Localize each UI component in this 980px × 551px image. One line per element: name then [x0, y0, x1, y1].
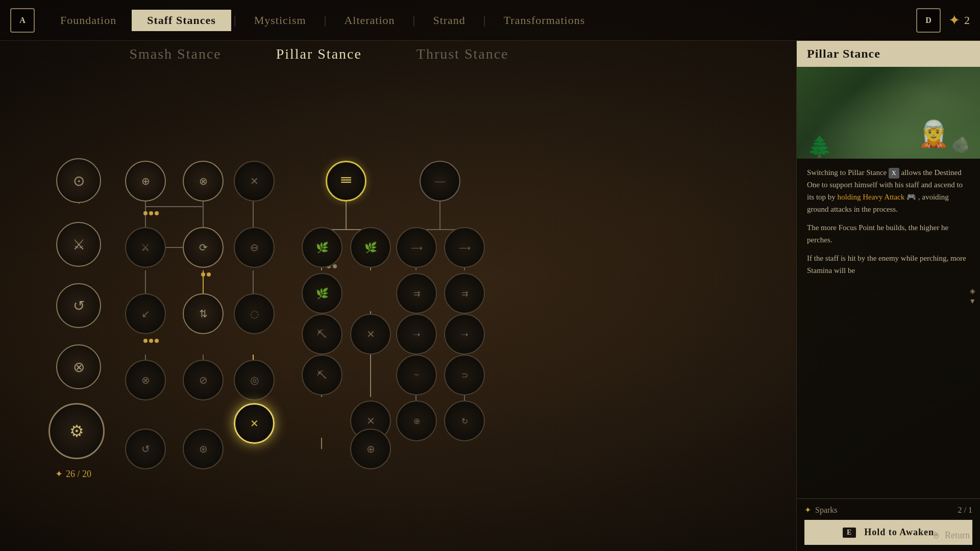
- smash-node-4-left[interactable]: ⊗: [125, 360, 166, 400]
- tab-strand[interactable]: Strand: [418, 10, 480, 31]
- thrust-n6r-icon: ↻: [461, 416, 468, 426]
- sparks-sidebar-icon: ✦: [55, 468, 63, 480]
- pillar-n2l-icon: 🌿: [316, 241, 329, 254]
- pillar-node-4-left[interactable]: ⛏: [302, 314, 342, 355]
- sparks-footer-value: 2 / 1: [958, 506, 972, 515]
- thrust-node-6-right[interactable]: ↻: [444, 400, 485, 441]
- smash-node-4-right[interactable]: ◎: [234, 360, 275, 400]
- smash-n5r-icon: ✕: [250, 417, 259, 430]
- pillar-node-2-left[interactable]: 🌿: [302, 227, 342, 268]
- smash-node-1-mid[interactable]: ⊗: [183, 161, 224, 202]
- tab-alteration[interactable]: Alteration: [329, 10, 410, 31]
- tab-staff-stances[interactable]: Staff Stances: [132, 10, 231, 31]
- smash-node-5-right[interactable]: ✕: [234, 403, 275, 444]
- pillar-n2r-icon: 🌿: [364, 241, 377, 254]
- smash-node-1-left[interactable]: ⊕: [125, 161, 166, 202]
- thrust-stance-title: Thrust Stance: [416, 46, 509, 62]
- smash-n5m-icon: ⊛: [199, 443, 208, 455]
- awaken-key-badge: E: [843, 528, 856, 538]
- nav-right: D ✦ 2: [916, 8, 970, 33]
- scroll-indicator[interactable]: ◈ ▼: [969, 287, 976, 306]
- nav-tabs: Foundation Staff Stances | Mysticism | A…: [45, 10, 916, 31]
- thrust-node-5-left[interactable]: ~: [396, 355, 437, 395]
- thrust-node-top[interactable]: —: [420, 161, 460, 202]
- tab-transformations[interactable]: Transformations: [488, 10, 601, 31]
- pillar-top-icon: 𝍢: [340, 173, 352, 189]
- pillar-node-7[interactable]: ⊕: [350, 429, 391, 469]
- smash-n3l-icon: ↙: [141, 308, 150, 320]
- sparks-info: ✦ Sparks 2 / 1: [804, 505, 972, 515]
- smash-node-5-left[interactable]: ↺: [125, 429, 166, 469]
- nav-right-button[interactable]: D: [916, 8, 941, 33]
- thrust-node-5-right[interactable]: ⊃: [444, 355, 485, 395]
- pillar-n5l-icon: ⛏: [317, 369, 327, 381]
- smash-n1r-icon: ✕: [250, 175, 259, 187]
- pillar-node-top[interactable]: 𝍢: [326, 161, 366, 202]
- smash-node-3-mid[interactable]: ⇅: [183, 293, 224, 334]
- pillar-node-5-left[interactable]: ⛏: [302, 355, 342, 395]
- thrust-node-4-right[interactable]: ⇢: [444, 314, 485, 355]
- smash-n3m-icon: ⇅: [199, 308, 208, 320]
- sidebar-node-4[interactable]: ⊗: [56, 344, 101, 389]
- nav-right-label: D: [925, 16, 932, 25]
- smash-node-5-mid[interactable]: ⊛: [183, 429, 224, 469]
- pillar-n4l-icon: ⛏: [317, 329, 327, 340]
- points-display: ✦ 26 / 20: [55, 468, 91, 480]
- pillar-n3l-icon: 🌿: [316, 287, 329, 299]
- smash-n4m-icon: ⊘: [199, 374, 208, 386]
- thrust-n6l-icon: ⊕: [413, 416, 420, 426]
- return-button[interactable]: 🖱 Return: [932, 530, 970, 541]
- sidebar-node-1[interactable]: ⊙: [56, 158, 101, 203]
- detail-title-bar: Pillar Stance: [797, 41, 980, 67]
- sidebar-node-3[interactable]: ↺: [56, 283, 101, 328]
- sparks-nav-icon: ✦: [948, 12, 960, 29]
- thrust-node-2-right[interactable]: ⟶: [444, 227, 485, 268]
- sparks-nav-value: 2: [964, 14, 970, 27]
- detail-desc-p1: Switching to Pillar Stance X allows the …: [807, 166, 970, 215]
- smash-node-1-right[interactable]: ✕: [234, 161, 275, 202]
- scroll-down-icon: ▼: [969, 297, 976, 306]
- smash-n2l-icon: ⚔: [141, 241, 150, 254]
- pillar-node-3-left[interactable]: 🌿: [302, 273, 342, 314]
- pillar-node-4-right[interactable]: ✕: [350, 314, 391, 355]
- highlight-text: holding Heavy Attack 🎮 ,: [838, 193, 920, 201]
- smash-node-3-right[interactable]: ◌: [234, 293, 275, 334]
- nav-left-button[interactable]: A: [10, 8, 35, 33]
- nav-left-label: A: [19, 16, 26, 25]
- detail-image-rock: 🪨: [951, 136, 970, 154]
- detail-desc-p3: If the staff is hit by the enemy while p…: [807, 252, 970, 277]
- sparks-footer-label: Sparks: [815, 506, 838, 515]
- main-content: Smash Stance Pillar Stance Thrust Stance: [0, 41, 980, 551]
- detail-image-tree: 🌲: [807, 135, 832, 159]
- thrust-n4l-icon: ⇢: [413, 330, 420, 339]
- thrust-node-3-left[interactable]: ⇉: [396, 273, 437, 314]
- thrust-node-4-left[interactable]: ⇢: [396, 314, 437, 355]
- thrust-node-3-right[interactable]: ⇉: [444, 273, 485, 314]
- smash-n5l-icon: ↺: [141, 443, 150, 455]
- separator-3: |: [410, 13, 418, 27]
- thrust-node-2-left[interactable]: ⟶: [396, 227, 437, 268]
- pillar-n4r-icon: ✕: [366, 328, 375, 340]
- smash-node-2-left[interactable]: ⚔: [125, 227, 166, 268]
- gear-node[interactable]: ⚙: [48, 403, 105, 459]
- smash-node-3-left[interactable]: ↙: [125, 293, 166, 334]
- smash-n3r-icon: ◌: [250, 308, 259, 320]
- sidebar-node-4-icon: ⊗: [73, 359, 85, 375]
- detail-desc-p2: The more Focus Point he builds, the high…: [807, 221, 970, 246]
- smash-node-2-mid[interactable]: ⟳: [183, 227, 224, 268]
- thrust-n5r-icon: ⊃: [461, 370, 468, 380]
- smash-n2m-icon: ⟳: [199, 241, 208, 254]
- smash-node-2-right[interactable]: ⊖: [234, 227, 275, 268]
- thrust-n2r-icon: ⟶: [459, 243, 471, 253]
- tab-foundation[interactable]: Foundation: [45, 10, 132, 31]
- smash-stance-title: Smash Stance: [129, 46, 221, 62]
- detail-title: Pillar Stance: [807, 47, 880, 60]
- skill-tree-panel: Smash Stance Pillar Stance Thrust Stance: [0, 41, 796, 551]
- sidebar-node-2[interactable]: ⚔: [56, 222, 101, 267]
- pillar-node-2-right[interactable]: 🌿: [350, 227, 391, 268]
- thrust-n3r-icon: ⇉: [461, 289, 468, 298]
- thrust-node-6-left[interactable]: ⊕: [396, 400, 437, 441]
- smash-node-4-mid[interactable]: ⊘: [183, 360, 224, 400]
- tab-mysticism[interactable]: Mysticism: [239, 10, 322, 31]
- detail-footer: ✦ Sparks 2 / 1 E Hold to Awaken: [797, 498, 980, 551]
